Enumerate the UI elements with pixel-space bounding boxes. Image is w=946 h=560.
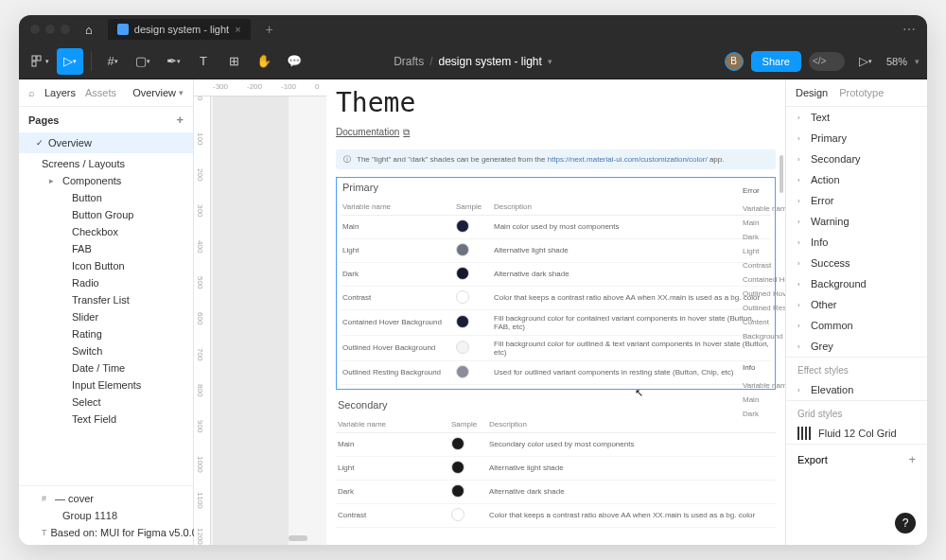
close-icon[interactable]: × — [235, 24, 240, 35]
layer-item[interactable]: Checkbox — [19, 223, 193, 240]
banner-link[interactable]: https://next.material-ui.com/customizati… — [548, 155, 708, 164]
color-row[interactable]: DarkAlternative dark shade — [336, 480, 776, 503]
grid-icon — [797, 427, 811, 440]
scrollbar-horizontal[interactable] — [289, 535, 307, 541]
toolbar: ▾ ▷▾ #▾ ▢▾ ✒▾ T ⊞ ✋ 💬 Drafts / design sy… — [19, 44, 927, 79]
prototype-tab[interactable]: Prototype — [839, 87, 884, 98]
main-menu-icon[interactable]: ▾ — [26, 48, 53, 75]
color-row[interactable]: Outlined Resting BackgroundUsed for outl… — [341, 360, 771, 384]
tab-title: design system - light — [134, 24, 229, 35]
chevron-down-icon[interactable]: ▾ — [915, 57, 920, 66]
color-row[interactable]: LightAlternative light shade — [341, 238, 771, 262]
grid-style-item[interactable]: Fluid 12 Col Grid — [786, 423, 927, 444]
secondary-section[interactable]: Secondary Variable nameSampleDescription… — [336, 399, 776, 528]
layer-item[interactable]: Rating — [19, 325, 193, 342]
menu-icon[interactable]: ⋯ — [902, 22, 916, 37]
layer-item[interactable]: Group 1118 — [19, 507, 193, 524]
layer-item[interactable]: Date / Time — [19, 359, 193, 376]
layers-tab[interactable]: Layers — [44, 87, 76, 98]
style-group-other[interactable]: ›Other — [786, 294, 927, 315]
layer-item[interactable]: Slider — [19, 308, 193, 325]
svg-rect-0 — [32, 56, 36, 61]
info-icon: ⓘ — [343, 154, 351, 165]
style-group-primary[interactable]: ›Primary — [786, 128, 927, 149]
style-group-text[interactable]: ›Text — [786, 107, 927, 128]
resources-tool[interactable]: ⊞ — [220, 48, 247, 75]
share-button[interactable]: Share — [751, 51, 801, 72]
add-page-icon[interactable]: + — [176, 113, 184, 127]
color-row[interactable]: Outlined Hover BackgroundFill background… — [341, 335, 771, 360]
layer-item[interactable]: #— cover — [19, 490, 193, 507]
color-row[interactable]: Contained Hover BackgroundFill backgroun… — [341, 309, 771, 335]
text-tool[interactable]: T — [190, 48, 217, 75]
export-label: Export — [797, 454, 828, 465]
pen-tool[interactable]: ✒▾ — [160, 48, 186, 75]
chevron-down-icon: ▾ — [548, 57, 552, 66]
add-tab-icon[interactable]: + — [266, 22, 273, 37]
dev-mode-toggle[interactable]: </> — [809, 52, 845, 71]
color-row[interactable]: MainMain color used by most components — [341, 215, 771, 238]
style-group-action[interactable]: ›Action — [786, 169, 927, 190]
layer-item[interactable]: Button — [19, 189, 193, 206]
style-group-warning[interactable]: ›Warning — [786, 211, 927, 232]
canvas[interactable]: -300-200-1000100200300400500600700800900… — [194, 79, 785, 545]
help-button[interactable]: ? — [895, 513, 916, 534]
elevation-style[interactable]: ›Elevation — [786, 379, 927, 400]
style-group-error[interactable]: ›Error — [786, 190, 927, 211]
page-overview[interactable]: ✓ Overview — [19, 132, 193, 153]
breadcrumb[interactable]: Drafts / design system - light ▾ — [394, 55, 552, 68]
home-icon[interactable]: ⌂ — [85, 23, 93, 37]
left-panel: ⌕ Layers Assets Overview▾ Pages + ✓ Over… — [19, 79, 194, 545]
add-export-icon[interactable]: + — [908, 452, 916, 466]
layer-item[interactable]: Switch — [19, 342, 193, 359]
comment-tool[interactable]: 💬 — [281, 48, 307, 75]
documentation-link[interactable]: Documentation ⧉ — [336, 127, 410, 138]
color-row[interactable]: MainSecondary color used by most compone… — [336, 432, 776, 456]
frame-edge — [213, 96, 289, 545]
right-panel: Design Prototype ›Text›Primary›Secondary… — [785, 79, 927, 545]
style-group-background[interactable]: ›Background — [786, 273, 927, 294]
svg-rect-2 — [32, 61, 36, 66]
hand-tool[interactable]: ✋ — [251, 48, 277, 75]
layer-item[interactable]: Button Group — [19, 206, 193, 223]
primary-section[interactable]: Primary Variable nameSampleDescriptionMa… — [336, 177, 776, 390]
layer-item[interactable]: Screens / Layouts — [19, 155, 193, 172]
style-group-common[interactable]: ›Common — [786, 315, 927, 336]
check-icon: ✓ — [36, 138, 44, 148]
style-group-info[interactable]: ›Info — [786, 232, 927, 253]
color-row[interactable]: ContrastColor that keeps a contrast rati… — [336, 503, 776, 527]
layer-item[interactable]: FAB — [19, 240, 193, 257]
layer-item[interactable]: Icon Button — [19, 257, 193, 274]
style-group-success[interactable]: ›Success — [786, 253, 927, 273]
color-row[interactable]: DarkAlternative dark shade — [341, 262, 771, 286]
page-title: Theme — [336, 87, 776, 118]
design-tab[interactable]: Design — [796, 87, 828, 98]
layer-item[interactable]: ▸Components — [19, 172, 193, 189]
color-row[interactable]: ContrastColor that keeps a contrast rati… — [341, 286, 771, 309]
info-banner: ⓘ The "light" and "dark" shades can be g… — [336, 149, 776, 169]
figma-file-icon — [117, 24, 129, 35]
assets-tab[interactable]: Assets — [85, 87, 116, 98]
layer-item[interactable]: Transfer List — [19, 291, 193, 308]
layer-item[interactable]: TBased on: MUI for Figma v5.0.0 M... — [19, 524, 193, 541]
page-select[interactable]: Overview▾ — [132, 87, 184, 98]
layer-item[interactable]: Radio — [19, 274, 193, 291]
color-row[interactable]: LightAlternative light shade — [336, 456, 776, 480]
present-button[interactable]: ▷▾ — [852, 48, 879, 75]
window-controls[interactable] — [30, 25, 70, 34]
layer-item[interactable]: Text Field — [19, 411, 193, 428]
move-tool[interactable]: ▷▾ — [57, 48, 83, 75]
style-group-secondary[interactable]: ›Secondary — [786, 149, 927, 169]
shape-tool[interactable]: ▢▾ — [130, 48, 156, 75]
layer-item[interactable]: Input Elements — [19, 376, 193, 394]
frame-tool[interactable]: #▾ — [99, 48, 126, 75]
zoom-level[interactable]: 58% — [886, 56, 907, 67]
error-section-peek: ErrorVariable namMainDarkLightContrastCo… — [743, 184, 785, 421]
search-icon[interactable]: ⌕ — [28, 87, 35, 98]
titlebar: ⌂ design system - light × + ⋯ — [19, 15, 927, 44]
file-tab[interactable]: design system - light × — [108, 19, 251, 40]
layer-item[interactable]: Select — [19, 394, 193, 411]
layers-list: Screens / Layouts▸ComponentsButtonButton… — [19, 153, 193, 485]
avatar[interactable]: B — [725, 52, 744, 71]
style-group-grey[interactable]: ›Grey — [786, 336, 927, 357]
